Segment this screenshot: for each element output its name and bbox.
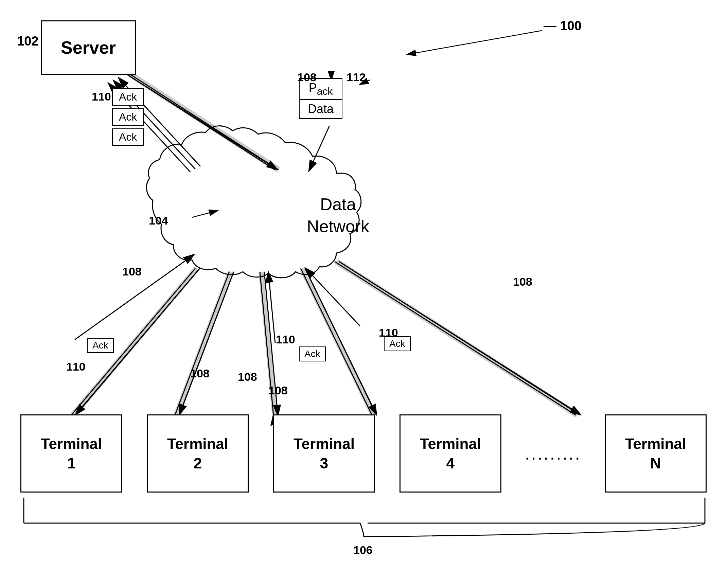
data-network-text: DataNetwork bbox=[307, 195, 369, 236]
svg-line-3 bbox=[131, 75, 279, 170]
label-108-top: 108 bbox=[297, 71, 317, 84]
svg-line-16 bbox=[175, 272, 229, 415]
svg-line-28 bbox=[339, 262, 580, 414]
svg-line-15 bbox=[179, 272, 234, 415]
svg-line-14 bbox=[177, 272, 231, 415]
label-102: 102 bbox=[17, 34, 38, 49]
label-110-left: 110 bbox=[92, 90, 111, 103]
label-108-t2: 108 bbox=[190, 367, 210, 380]
packet-data: Data bbox=[299, 100, 342, 119]
server-label: Server bbox=[61, 37, 116, 58]
svg-line-23 bbox=[301, 268, 372, 415]
label-108-right: 108 bbox=[513, 275, 532, 288]
svg-line-37 bbox=[408, 31, 542, 54]
terminal-2-label: Terminal2 bbox=[167, 434, 228, 473]
terminal-row: Terminal1 Terminal2 Terminal3 Terminal4 … bbox=[20, 414, 707, 493]
terminal-1-box: Terminal1 bbox=[20, 414, 122, 493]
ack-terminal3: Ack bbox=[299, 346, 326, 361]
server-box: Server bbox=[41, 20, 136, 75]
terminal-ellipsis: ......... bbox=[526, 414, 580, 493]
svg-line-21 bbox=[302, 268, 374, 415]
svg-line-30 bbox=[268, 272, 275, 343]
label-110-t1: 110 bbox=[66, 360, 86, 373]
label-108-left: 108 bbox=[122, 265, 142, 278]
terminal-n-label: TerminalN bbox=[625, 434, 686, 473]
svg-line-24 bbox=[305, 268, 376, 414]
svg-line-5 bbox=[127, 75, 277, 169]
terminal-4-label: Terminal4 bbox=[420, 434, 481, 473]
label-108-t3a: 108 bbox=[238, 370, 257, 383]
data-network-label: DataNetwork bbox=[241, 194, 435, 238]
svg-line-38 bbox=[192, 211, 217, 217]
ack-box-1: Ack bbox=[112, 88, 144, 106]
svg-line-17 bbox=[179, 272, 234, 414]
ack-box-3: Ack bbox=[112, 128, 144, 146]
svg-line-31 bbox=[306, 268, 360, 326]
label-112: 112 bbox=[347, 71, 366, 84]
label-100-arrow: — bbox=[544, 19, 560, 33]
label-108-t3b: 108 bbox=[268, 384, 288, 397]
svg-line-27 bbox=[335, 262, 576, 415]
packet-box: Pack Data bbox=[299, 78, 342, 119]
ack-box-2: Ack bbox=[112, 108, 144, 126]
terminal-2-box: Terminal2 bbox=[147, 414, 249, 493]
svg-line-25 bbox=[336, 262, 578, 415]
label-100: — 100 bbox=[544, 19, 582, 33]
svg-line-2 bbox=[131, 75, 279, 170]
diagram-container: Server 102 — 100 Pack Data 108 112 Ack A… bbox=[0, 0, 728, 571]
svg-line-22 bbox=[305, 268, 376, 415]
label-110-t3: 110 bbox=[276, 333, 295, 346]
svg-line-4 bbox=[127, 75, 275, 170]
svg-line-26 bbox=[339, 262, 580, 415]
terminal-3-label: Terminal3 bbox=[294, 434, 355, 473]
terminal-n-box: TerminalN bbox=[605, 414, 707, 493]
ack-terminal4: Ack bbox=[384, 336, 411, 351]
packet-ack-sub: ack bbox=[317, 86, 333, 97]
terminal-3-box: Terminal3 bbox=[273, 414, 375, 493]
ack-stack: Ack Ack Ack bbox=[112, 88, 144, 146]
label-106: 106 bbox=[353, 543, 373, 557]
ack-terminal1: Ack bbox=[87, 338, 114, 353]
terminal-4-box: Terminal4 bbox=[399, 414, 501, 493]
terminal-1-label: Terminal1 bbox=[41, 434, 102, 473]
label-104: 104 bbox=[149, 214, 168, 227]
svg-line-6 bbox=[309, 126, 330, 171]
